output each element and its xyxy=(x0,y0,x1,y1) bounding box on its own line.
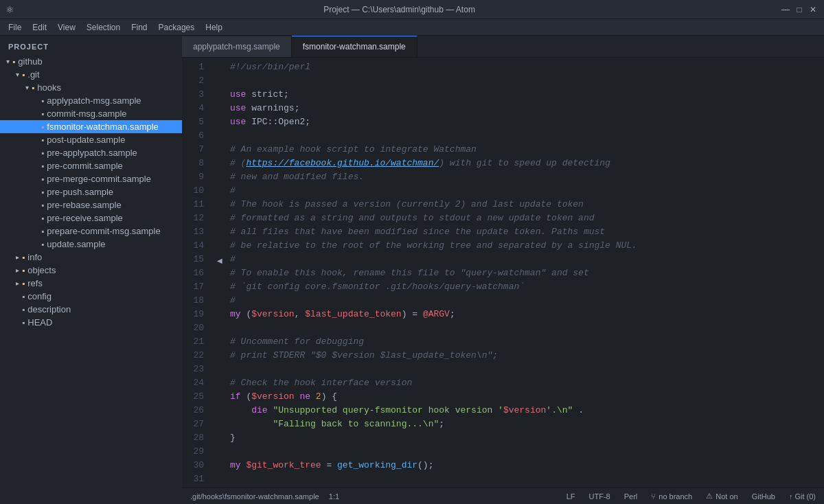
grammar-status[interactable]: Perl xyxy=(621,492,641,501)
tree-item-fsmonitor-watchman.sample[interactable]: ▪fsmonitor-watchman.sample xyxy=(0,120,182,133)
menu-item-help[interactable]: Help xyxy=(200,19,228,35)
line-number: 23 xyxy=(193,363,209,376)
line-ending-status[interactable]: LF xyxy=(564,492,578,501)
github-status[interactable]: GitHub xyxy=(749,492,778,501)
fold-marker xyxy=(215,58,225,70)
fold-marker xyxy=(215,229,225,242)
fold-marker xyxy=(215,451,225,463)
not-on-branch-status[interactable]: ⚠ Not on xyxy=(703,492,740,501)
code-line xyxy=(225,472,824,486)
fold-marker xyxy=(215,168,225,181)
tree-item-pre-rebase.sample[interactable]: ▪pre-rebase.sample xyxy=(0,198,182,211)
tree-item-refs[interactable]: ▸▪refs xyxy=(0,277,182,290)
tree-item-post-update.sample[interactable]: ▪post-update.sample xyxy=(0,133,182,146)
tree-item-config[interactable]: ▪config xyxy=(0,290,182,303)
menu-item-packages[interactable]: Packages xyxy=(153,19,201,35)
fold-marker xyxy=(215,218,225,230)
code-line: use strict; xyxy=(225,88,824,102)
line-number: 14 xyxy=(193,239,209,253)
tree-item-prepare-commit-msg.sample[interactable]: ▪prepare-commit-msg.sample xyxy=(0,225,182,238)
tree-item-commit-msg.sample[interactable]: ▪commit-msg.sample xyxy=(0,107,182,120)
close-button[interactable]: ✕ xyxy=(808,4,819,15)
branch-status[interactable]: ⑂ no branch xyxy=(648,492,695,501)
git-text: ↑ Git (0) xyxy=(789,492,816,501)
encoding-status[interactable]: UTF-8 xyxy=(586,492,613,501)
line-number: 30 xyxy=(193,459,209,472)
tree-item-icon: ▪ xyxy=(22,279,25,288)
fold-marker xyxy=(215,193,225,205)
fold-marker xyxy=(215,365,225,377)
line-number: 16 xyxy=(193,266,209,280)
tree-item-git[interactable]: ▾▪.git xyxy=(0,68,182,81)
menu-item-file[interactable]: File xyxy=(3,19,27,35)
tree-item-info[interactable]: ▸▪info xyxy=(0,251,182,264)
fold-marker xyxy=(215,242,225,254)
fold-marker xyxy=(215,107,225,119)
fold-marker xyxy=(215,70,225,82)
tree-item-hooks[interactable]: ▾▪hooks xyxy=(0,81,182,94)
code-line: my $git_work_tree = get_working_dir(); xyxy=(225,459,824,472)
code-line: } xyxy=(225,431,824,445)
fold-marker xyxy=(215,377,225,389)
fold-marker xyxy=(215,328,225,341)
code-line: # new and modified files. xyxy=(225,170,824,184)
window-controls: — □ ✕ xyxy=(780,4,819,15)
tree-item-HEAD[interactable]: ▪HEAD xyxy=(0,316,182,329)
tab-applypatch[interactable]: applypatch-msg.sample xyxy=(182,36,292,57)
line-ending-text: LF xyxy=(566,492,575,501)
tree-item-update.sample[interactable]: ▪update.sample xyxy=(0,238,182,251)
fold-marker: ◀ xyxy=(215,254,225,266)
tree-item-pre-receive.sample[interactable]: ▪pre-receive.sample xyxy=(0,211,182,225)
tree-item-label: hooks xyxy=(37,82,61,93)
tree-item-pre-push.sample[interactable]: ▪pre-push.sample xyxy=(0,185,182,198)
editor-content[interactable]: 1234567891011121314151617181920212223242… xyxy=(182,58,824,488)
tree-item-icon: ▪ xyxy=(22,318,25,328)
tree-item-label: prepare-commit-msg.sample xyxy=(47,226,160,236)
code-line: # print STDERR "$0 $version $last_update… xyxy=(225,349,824,363)
fold-gutter: ◀ xyxy=(215,58,225,488)
encoding-text: UTF-8 xyxy=(589,492,610,501)
line-numbers: 1234567891011121314151617181920212223242… xyxy=(182,58,215,488)
tabs-bar: applypatch-msg.samplefsmonitor-watchman.… xyxy=(182,36,824,58)
tree-item-icon: ▪ xyxy=(22,305,25,314)
tree-item-icon: ▪ xyxy=(41,227,44,236)
line-number: 8 xyxy=(193,157,209,170)
code-editor[interactable]: #!/usr/bin/perl use strict;use warnings;… xyxy=(225,58,824,488)
line-number: 4 xyxy=(193,102,209,115)
git-status[interactable]: ↑ Git (0) xyxy=(786,492,819,501)
menu-bar: FileEditViewSelectionFindPackagesHelp xyxy=(0,19,824,36)
tree-item-objects[interactable]: ▸▪objects xyxy=(0,264,182,277)
tab-fsmonitor[interactable]: fsmonitor-watchman.sample xyxy=(292,36,417,57)
tree-item-icon: ▪ xyxy=(22,70,25,80)
grammar-text: Perl xyxy=(624,492,638,501)
menu-item-selection[interactable]: Selection xyxy=(81,19,126,35)
tree-item-label: HEAD xyxy=(27,317,52,328)
line-number: 27 xyxy=(193,417,209,431)
tree-item-pre-applypatch.sample[interactable]: ▪pre-applypatch.sample xyxy=(0,146,182,159)
menu-item-edit[interactable]: Edit xyxy=(27,19,52,35)
tree-item-github[interactable]: ▾▪github xyxy=(0,55,182,68)
line-number: 17 xyxy=(193,280,209,294)
tree-item-icon: ▪ xyxy=(41,122,44,132)
tree-item-description[interactable]: ▪description xyxy=(0,303,182,316)
menu-item-find[interactable]: Find xyxy=(126,19,152,35)
code-line: # Check the hook interface version xyxy=(225,376,824,390)
maximize-button[interactable]: □ xyxy=(794,4,805,15)
menu-item-view[interactable]: View xyxy=(52,19,81,35)
code-line: # xyxy=(225,184,824,198)
tree-item-icon: ▪ xyxy=(22,266,25,275)
fold-marker xyxy=(215,340,225,352)
line-number: 15 xyxy=(193,253,209,266)
main-layout: Project ▾▪github▾▪.git▾▪hooks▪applypatch… xyxy=(0,36,824,504)
tree-item-pre-commit.sample[interactable]: ▪pre-commit.sample xyxy=(0,159,182,172)
line-number: 19 xyxy=(193,308,209,321)
fold-marker xyxy=(215,291,225,303)
branch-icon: ⑂ xyxy=(651,492,656,501)
tree-item-pre-merge-commit.sample[interactable]: ▪pre-merge-commit.sample xyxy=(0,172,182,185)
github-text: GitHub xyxy=(752,492,775,501)
code-line: use warnings; xyxy=(225,102,824,115)
sidebar: Project ▾▪github▾▪.git▾▪hooks▪applypatch… xyxy=(0,36,182,504)
tree-item-label: info xyxy=(27,252,42,262)
tree-item-applypatch-msg.sample[interactable]: ▪applypatch-msg.sample xyxy=(0,94,182,107)
minimize-button[interactable]: — xyxy=(780,4,791,15)
